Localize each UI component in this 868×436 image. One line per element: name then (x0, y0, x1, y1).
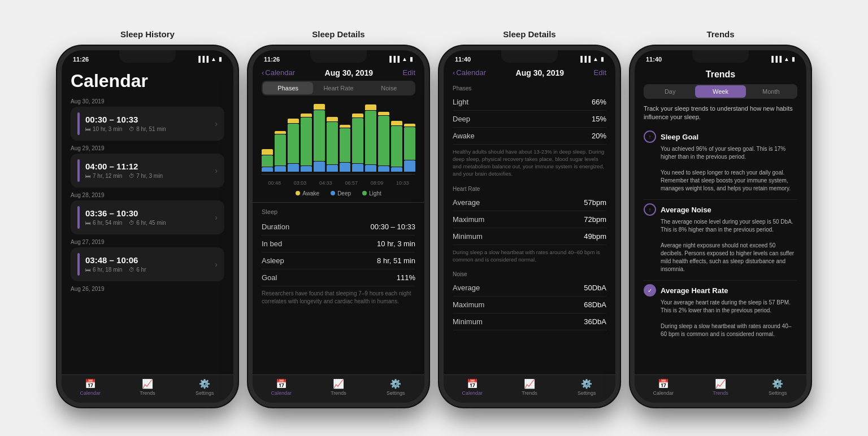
trend-title-row-1: ↑ Average Noise (644, 203, 797, 216)
tab-label-tr-2: Trends (331, 390, 346, 396)
entry-bar-0 (77, 112, 80, 135)
entry-stats-2: 🛏 6 hr, 54 min ⏱ 6 hr, 45 min (85, 220, 209, 226)
hr-note: During sleep a slow heartbeat with rates… (453, 245, 606, 267)
screen-section-details1: Sleep Details 11:26 ▐▐▐ ▲ ▮ ‹ Calendar A… (248, 29, 429, 407)
tab-settings-4[interactable]: ⚙️ Settings (749, 378, 806, 396)
phase-note: Healthy adults should have about 13-23% … (453, 145, 606, 181)
trends-tab-icon-3: 📈 (524, 378, 535, 389)
segment-hr-2[interactable]: Heart Rate (313, 82, 363, 94)
segment-control-2: Phases Heart Rate Noise (262, 81, 415, 95)
chart-label-4: 08:09 (364, 180, 389, 186)
nav-edit-2[interactable]: Edit (403, 68, 415, 77)
bar-6 (340, 125, 351, 172)
tab-settings-1[interactable]: ⚙️ Settings (176, 378, 233, 396)
phases-scroll: Phases Light 66% Deep 15% Awake 20% (444, 81, 615, 374)
trend-body-1: The average noise level during your slee… (644, 218, 797, 277)
tab-trends-3[interactable]: 📈 Trends (501, 378, 558, 396)
legend-dot-deep (331, 191, 335, 195)
tab-calendar-1[interactable]: 📅 Calendar (62, 378, 119, 396)
settings-tab-icon-4: ⚙️ (772, 378, 783, 389)
segment-phases-2[interactable]: Phases (263, 82, 313, 94)
nav-edit-3[interactable]: Edit (594, 68, 606, 77)
nav-date-2: Aug 30, 2019 (325, 68, 374, 77)
noise-val-avg: 50DbA (584, 284, 606, 292)
sleep-entry-0[interactable]: 00:30 – 10:33 🛏 10 hr, 3 min ⏱ 8 hr, 51 … (71, 107, 224, 141)
bar-1 (275, 131, 286, 172)
hr-section: Heart Rate Average 57bpm Maximum 72bpm M… (444, 181, 615, 267)
noise-label: Noise (453, 271, 606, 277)
day-label-3: Aug 27, 2019 (71, 239, 224, 245)
sleep-entry-1[interactable]: 04:00 – 11:12 🛏 7 hr, 12 min ⏱ 7 hr, 3 m… (71, 154, 224, 188)
detail-val-3: 111% (397, 273, 415, 282)
nav-back-3[interactable]: ‹ Calendar (453, 68, 486, 77)
status-icons-1: ▐▐▐ ▲ ▮ (197, 56, 222, 62)
trend-title-1: Average Noise (661, 206, 711, 214)
detail-val-2: 8 hr, 51 min (377, 256, 415, 265)
entry-sleep-3: ⏱ 6 hr (129, 267, 146, 273)
noise-val-max: 68DbA (584, 300, 606, 309)
tab-settings-2[interactable]: ⚙️ Settings (367, 378, 424, 396)
tab-calendar-3[interactable]: 📅 Calendar (444, 378, 501, 396)
bar-8 (365, 104, 376, 172)
tab-trends-2[interactable]: 📈 Trends (310, 378, 367, 396)
phase-val-awake: 20% (592, 132, 606, 140)
hr-val-max: 72bpm (584, 215, 606, 224)
chart-labels-2: 00:48 03:03 04:33 06:57 08:09 10:33 (253, 179, 424, 190)
bar-7 (352, 114, 363, 172)
day-label-2: Aug 28, 2019 (71, 192, 224, 198)
phone-frame-2: 11:26 ▐▐▐ ▲ ▮ ‹ Calendar Aug 30, 2019 Ed… (248, 46, 429, 407)
notch-1 (119, 50, 176, 63)
trend-item-2: ✓ Average Heart Rate Your average heart … (635, 281, 806, 345)
phone-frame-3: 11:40 ▐▐▐ ▲ ▮ ‹ Calendar Aug 30, 2019 Ed… (439, 46, 620, 407)
tab-label-cal-3: Calendar (462, 390, 483, 396)
history-content: Calendar Aug 30, 2019 00:30 – 10:33 🛏 10… (62, 66, 233, 374)
screen-section-details2: Sleep Details 11:40 ▐▐▐ ▲ ▮ ‹ Calendar A… (439, 29, 620, 407)
trend-title-row-0: ↑ Sleep Goal (644, 130, 797, 143)
battery-icon-4: ▮ (792, 56, 795, 62)
notch-2 (310, 50, 367, 63)
sleep-entry-3[interactable]: 03:48 – 10:06 🛏 6 hr, 18 min ⏱ 6 hr › (71, 247, 224, 281)
phases-label: Phases (453, 85, 606, 91)
tab-calendar-4[interactable]: 📅 Calendar (635, 378, 692, 396)
trend-icon-0: ↑ (644, 130, 656, 143)
tab-calendar-2[interactable]: 📅 Calendar (253, 378, 310, 396)
tab-trends-1[interactable]: 📈 Trends (119, 378, 176, 396)
trend-title-0: Sleep Goal (661, 133, 698, 141)
phase-row-awake: Awake 20% (453, 128, 606, 145)
day-label-1: Aug 29, 2019 (71, 145, 224, 151)
tab-trends-4[interactable]: 📈 Trends (692, 378, 749, 396)
entry-bar-1 (77, 159, 80, 182)
bar-3 (301, 114, 312, 172)
detail-val-0: 00:30 – 10:33 (370, 223, 415, 231)
sleep-entry-2[interactable]: 03:36 – 10:30 🛏 6 hr, 54 min ⏱ 6 hr, 45 … (71, 200, 224, 234)
trends-seg-week[interactable]: Week (695, 85, 745, 98)
detail-note-2: Researchers have found that sleeping 7–9… (262, 286, 415, 309)
phone-screen-1: 11:26 ▐▐▐ ▲ ▮ Calendar Aug 30, 2019 00:3… (62, 50, 233, 403)
trends-seg-month[interactable]: Month (746, 85, 796, 98)
trends-seg-day[interactable]: Day (645, 85, 695, 98)
entry-stats-3: 🛏 6 hr, 18 min ⏱ 6 hr (85, 267, 209, 273)
chart-label-1: 03:03 (287, 180, 313, 186)
status-icons-2: ▐▐▐ ▲ ▮ (388, 56, 413, 62)
detail-row-1: In bed 10 hr, 3 min (262, 236, 415, 252)
trends-tab-icon-4: 📈 (715, 378, 726, 389)
trends-tab-icon-2: 📈 (333, 378, 344, 389)
bar-5 (327, 117, 338, 172)
trends-segment-control: Day Week Month (644, 84, 797, 99)
legend-awake: Awake (296, 190, 319, 197)
calendar-tab-icon-3: 📅 (467, 378, 478, 389)
tab-bar-1: 📅 Calendar 📈 Trends ⚙️ Settings (62, 374, 233, 403)
tab-settings-3[interactable]: ⚙️ Settings (558, 378, 615, 396)
chart-label-3: 06:57 (338, 180, 364, 186)
status-icons-3: ▐▐▐ ▲ ▮ (579, 56, 604, 62)
nav-back-2[interactable]: ‹ Calendar (262, 68, 295, 77)
segment-noise-2[interactable]: Noise (364, 82, 414, 94)
entry-info-1: 04:00 – 11:12 🛏 7 hr, 12 min ⏱ 7 hr, 3 m… (85, 162, 209, 179)
day-label-0: Aug 30, 2019 (71, 98, 224, 104)
battery-icon: ▮ (219, 56, 222, 62)
chart-label-5: 10:33 (390, 180, 415, 186)
sleep-section-label: Sleep (262, 208, 415, 215)
signal-icon-3: ▐▐▐ (579, 56, 591, 62)
nav-date-3: Aug 30, 2019 (516, 68, 565, 77)
bar-4 (314, 104, 325, 172)
